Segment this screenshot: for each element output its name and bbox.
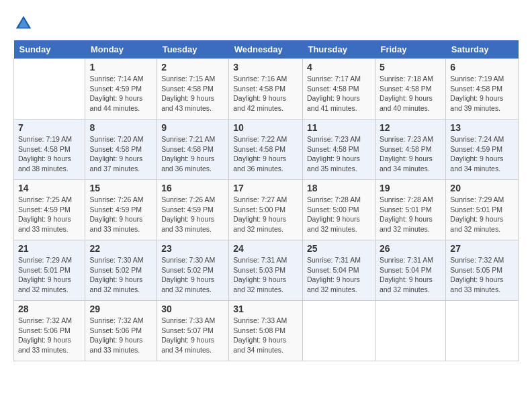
- day-info: Sunrise: 7:23 AMSunset: 4:58 PMDaylight:…: [380, 134, 441, 174]
- calendar-cell: 30Sunrise: 7:33 AMSunset: 5:07 PMDayligh…: [157, 301, 229, 361]
- calendar-cell: 27Sunrise: 7:32 AMSunset: 5:05 PMDayligh…: [446, 240, 519, 301]
- day-number: 16: [161, 183, 224, 193]
- calendar-cell: 25Sunrise: 7:31 AMSunset: 5:04 PMDayligh…: [302, 240, 375, 301]
- calendar-cell: 16Sunrise: 7:26 AMSunset: 4:59 PMDayligh…: [157, 180, 229, 240]
- calendar-cell: 23Sunrise: 7:30 AMSunset: 5:02 PMDayligh…: [157, 240, 229, 301]
- calendar-week-5: 28Sunrise: 7:32 AMSunset: 5:06 PMDayligh…: [14, 301, 519, 361]
- day-info: Sunrise: 7:27 AMSunset: 5:00 PMDaylight:…: [233, 195, 298, 234]
- calendar-cell: 3Sunrise: 7:16 AMSunset: 4:58 PMDaylight…: [229, 59, 303, 120]
- day-info: Sunrise: 7:22 AMSunset: 4:58 PMDaylight:…: [233, 134, 298, 174]
- column-header-tuesday: Tuesday: [157, 40, 229, 59]
- day-info: Sunrise: 7:29 AMSunset: 5:01 PMDaylight:…: [18, 255, 81, 295]
- day-number: 14: [18, 183, 81, 193]
- day-number: 28: [18, 304, 81, 314]
- calendar-cell: 22Sunrise: 7:30 AMSunset: 5:02 PMDayligh…: [85, 240, 157, 301]
- day-number: 12: [380, 122, 441, 133]
- calendar-cell: 4Sunrise: 7:17 AMSunset: 4:58 PMDaylight…: [302, 59, 375, 120]
- day-info: Sunrise: 7:20 AMSunset: 4:58 PMDaylight:…: [89, 134, 152, 174]
- calendar-cell: 21Sunrise: 7:29 AMSunset: 5:01 PMDayligh…: [14, 240, 85, 301]
- day-info: Sunrise: 7:33 AMSunset: 5:07 PMDaylight:…: [161, 316, 224, 355]
- day-info: Sunrise: 7:25 AMSunset: 4:59 PMDaylight:…: [18, 195, 81, 234]
- column-header-wednesday: Wednesday: [229, 40, 303, 59]
- logo-icon: [13, 13, 34, 34]
- day-info: Sunrise: 7:31 AMSunset: 5:03 PMDaylight:…: [233, 255, 298, 295]
- logo: [13, 13, 36, 34]
- day-info: Sunrise: 7:14 AMSunset: 4:59 PMDaylight:…: [89, 74, 152, 113]
- column-header-sunday: Sunday: [14, 40, 85, 59]
- day-info: Sunrise: 7:29 AMSunset: 5:01 PMDaylight:…: [450, 195, 514, 234]
- day-number: 25: [307, 243, 371, 254]
- calendar-cell: [302, 301, 375, 361]
- calendar-header-row: SundayMondayTuesdayWednesdayThursdayFrid…: [14, 40, 519, 59]
- calendar-cell: 14Sunrise: 7:25 AMSunset: 4:59 PMDayligh…: [14, 180, 85, 240]
- day-info: Sunrise: 7:30 AMSunset: 5:02 PMDaylight:…: [161, 255, 224, 295]
- calendar-cell: 29Sunrise: 7:32 AMSunset: 5:06 PMDayligh…: [85, 301, 157, 361]
- day-info: Sunrise: 7:19 AMSunset: 4:58 PMDaylight:…: [450, 74, 514, 113]
- calendar-cell: 15Sunrise: 7:26 AMSunset: 4:59 PMDayligh…: [85, 180, 157, 240]
- day-number: 8: [89, 122, 152, 133]
- column-header-friday: Friday: [375, 40, 445, 59]
- day-number: 29: [89, 304, 152, 314]
- day-number: 20: [450, 183, 514, 193]
- calendar-cell: 7Sunrise: 7:19 AMSunset: 4:58 PMDaylight…: [14, 120, 85, 180]
- day-info: Sunrise: 7:23 AMSunset: 4:58 PMDaylight:…: [307, 134, 371, 174]
- day-info: Sunrise: 7:33 AMSunset: 5:08 PMDaylight:…: [233, 316, 298, 355]
- calendar-cell: 9Sunrise: 7:21 AMSunset: 4:58 PMDaylight…: [157, 120, 229, 180]
- day-number: 22: [89, 243, 152, 254]
- day-number: 27: [450, 243, 514, 254]
- day-number: 21: [18, 243, 81, 254]
- column-header-monday: Monday: [85, 40, 157, 59]
- calendar-cell: 11Sunrise: 7:23 AMSunset: 4:58 PMDayligh…: [302, 120, 375, 180]
- day-info: Sunrise: 7:32 AMSunset: 5:05 PMDaylight:…: [450, 255, 514, 295]
- day-number: 7: [18, 122, 81, 133]
- calendar-week-2: 7Sunrise: 7:19 AMSunset: 4:58 PMDaylight…: [14, 120, 519, 180]
- day-number: 4: [307, 62, 371, 73]
- calendar-cell: 13Sunrise: 7:24 AMSunset: 4:59 PMDayligh…: [446, 120, 519, 180]
- calendar-week-4: 21Sunrise: 7:29 AMSunset: 5:01 PMDayligh…: [14, 240, 519, 301]
- calendar-cell: 2Sunrise: 7:15 AMSunset: 4:58 PMDaylight…: [157, 59, 229, 120]
- calendar-week-3: 14Sunrise: 7:25 AMSunset: 4:59 PMDayligh…: [14, 180, 519, 240]
- day-number: 26: [380, 243, 441, 254]
- day-number: 13: [450, 122, 514, 133]
- day-info: Sunrise: 7:21 AMSunset: 4:58 PMDaylight:…: [161, 134, 224, 174]
- day-number: 19: [380, 183, 441, 193]
- day-info: Sunrise: 7:32 AMSunset: 5:06 PMDaylight:…: [18, 316, 81, 355]
- calendar-cell: 19Sunrise: 7:28 AMSunset: 5:01 PMDayligh…: [375, 180, 445, 240]
- day-number: 10: [233, 122, 298, 133]
- day-number: 23: [161, 243, 224, 254]
- day-info: Sunrise: 7:26 AMSunset: 4:59 PMDaylight:…: [89, 195, 152, 234]
- day-number: 6: [450, 62, 514, 73]
- calendar-cell: 20Sunrise: 7:29 AMSunset: 5:01 PMDayligh…: [446, 180, 519, 240]
- day-number: 1: [89, 62, 152, 73]
- day-number: 9: [161, 122, 224, 133]
- day-info: Sunrise: 7:17 AMSunset: 4:58 PMDaylight:…: [307, 74, 371, 113]
- calendar-cell: 1Sunrise: 7:14 AMSunset: 4:59 PMDaylight…: [85, 59, 157, 120]
- day-number: 17: [233, 183, 298, 193]
- day-number: 5: [380, 62, 441, 73]
- calendar-cell: 8Sunrise: 7:20 AMSunset: 4:58 PMDaylight…: [85, 120, 157, 180]
- calendar-cell: 17Sunrise: 7:27 AMSunset: 5:00 PMDayligh…: [229, 180, 303, 240]
- calendar-cell: 26Sunrise: 7:31 AMSunset: 5:04 PMDayligh…: [375, 240, 445, 301]
- calendar-table: SundayMondayTuesdayWednesdayThursdayFrid…: [13, 40, 519, 361]
- day-info: Sunrise: 7:30 AMSunset: 5:02 PMDaylight:…: [89, 255, 152, 295]
- day-info: Sunrise: 7:26 AMSunset: 4:59 PMDaylight:…: [161, 195, 224, 234]
- day-number: 15: [89, 183, 152, 193]
- calendar-cell: 28Sunrise: 7:32 AMSunset: 5:06 PMDayligh…: [14, 301, 85, 361]
- column-header-thursday: Thursday: [302, 40, 375, 59]
- calendar-cell: 31Sunrise: 7:33 AMSunset: 5:08 PMDayligh…: [229, 301, 303, 361]
- page-header: [13, 13, 519, 34]
- calendar-cell: [446, 301, 519, 361]
- day-info: Sunrise: 7:31 AMSunset: 5:04 PMDaylight:…: [380, 255, 441, 295]
- calendar-cell: 24Sunrise: 7:31 AMSunset: 5:03 PMDayligh…: [229, 240, 303, 301]
- day-number: 24: [233, 243, 298, 254]
- day-info: Sunrise: 7:31 AMSunset: 5:04 PMDaylight:…: [307, 255, 371, 295]
- day-number: 30: [161, 304, 224, 314]
- day-info: Sunrise: 7:28 AMSunset: 5:01 PMDaylight:…: [380, 195, 441, 234]
- calendar-cell: [14, 59, 85, 120]
- calendar-cell: 5Sunrise: 7:18 AMSunset: 4:58 PMDaylight…: [375, 59, 445, 120]
- day-number: 3: [233, 62, 298, 73]
- calendar-cell: 10Sunrise: 7:22 AMSunset: 4:58 PMDayligh…: [229, 120, 303, 180]
- day-info: Sunrise: 7:32 AMSunset: 5:06 PMDaylight:…: [89, 316, 152, 355]
- day-number: 2: [161, 62, 224, 73]
- day-number: 11: [307, 122, 371, 133]
